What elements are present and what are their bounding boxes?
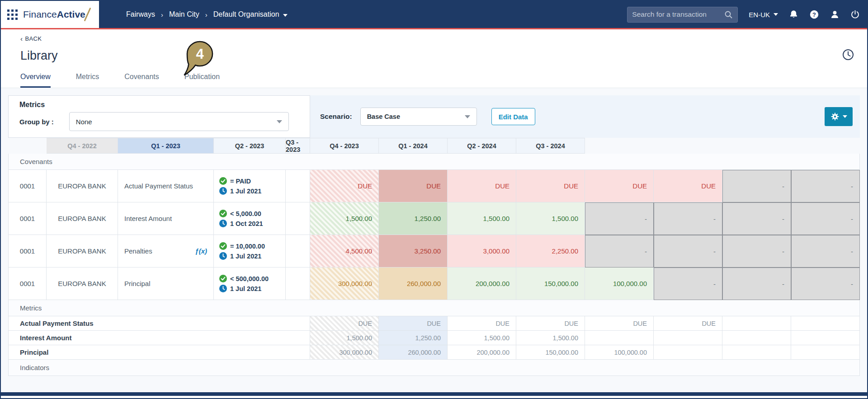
condition-text: 1 Jul 2021 <box>230 285 261 292</box>
notifications-bell-icon[interactable] <box>789 9 798 19</box>
metric-value-cell: DUE <box>448 316 516 331</box>
metric-value-cell: 1,500.00 <box>516 331 585 345</box>
covenant-condition-cell: < 5,000.001 Oct 2021 <box>214 202 286 235</box>
group-by-label: Group by : <box>19 118 54 126</box>
clock-icon <box>219 285 227 292</box>
metric-value-cell: DUE <box>585 316 654 331</box>
condition-text: 1 Jul 2021 <box>230 253 261 260</box>
caret-down-icon <box>277 120 282 123</box>
covenant-value-cell: 3,000.00 <box>448 235 516 268</box>
condition-line: = PAID <box>219 177 251 185</box>
covenant-empty-cell <box>286 235 310 268</box>
caret-down-icon <box>283 14 288 17</box>
check-circle-icon <box>219 177 227 185</box>
covenant-id-cell: 0001 <box>8 235 47 268</box>
metric-value-cell: 200,000.00 <box>448 345 516 360</box>
covenant-value-cell: 3,250.00 <box>379 235 448 268</box>
metric-value-cell <box>791 331 860 345</box>
edit-data-button[interactable]: Edit Data <box>491 108 535 125</box>
scenario-panel: Scenario: Base Case Edit Data <box>310 95 860 138</box>
metric-value-cell: DUE <box>310 316 379 331</box>
condition-line: < 500,000.00 <box>219 275 269 282</box>
clock-icon <box>219 252 227 260</box>
metric-value-cell: DUE <box>379 316 448 331</box>
condition-line: 1 Oct 2021 <box>219 220 263 227</box>
covenant-id-cell: 0001 <box>8 268 47 300</box>
settings-gear-button[interactable] <box>825 107 853 126</box>
covenant-counterparty-cell: EUROPA BANK <box>47 235 118 268</box>
period-header-spacer <box>8 138 47 154</box>
scenario-select[interactable]: Base Case <box>360 108 477 126</box>
period-header-Q2-2024: Q2 - 2024 <box>448 138 516 154</box>
condition-line: 1 Jul 2021 <box>219 285 261 292</box>
user-profile-icon[interactable] <box>830 9 840 19</box>
top-navbar: FinanceActive Fairways›Main City›Default… <box>1 1 867 28</box>
metric-value-cell <box>791 345 860 360</box>
formula-icon[interactable]: ƒ(x) <box>195 247 207 255</box>
covenant-value-cell: - <box>791 268 860 300</box>
metric-value-cell: 1,500.00 <box>310 331 379 345</box>
power-logout-icon[interactable] <box>850 9 860 19</box>
locale-selector[interactable]: EN-UK <box>749 11 778 19</box>
tab-bar: OverviewMetricsCovenantsPublication <box>20 73 867 88</box>
covenant-value-cell: - <box>722 235 791 268</box>
covenant-value-cell: 1,500.00 <box>448 202 516 235</box>
covenant-condition-cell: < 500,000.001 Jul 2021 <box>214 268 286 300</box>
indicators-section-header: Indicators <box>8 360 860 376</box>
tab-overview[interactable]: Overview <box>20 73 51 88</box>
group-by-select[interactable]: None <box>69 112 289 131</box>
covenant-value-cell: - <box>585 235 654 268</box>
tab-metrics[interactable]: Metrics <box>76 73 99 88</box>
metric-value-cell <box>722 331 791 345</box>
period-header-Q1-2023: Q1 - 2023 <box>118 138 214 154</box>
covenant-counterparty-cell: EUROPA BANK <box>47 170 118 202</box>
breadcrumb-item[interactable]: Main City <box>169 10 199 19</box>
metric-value-cell: DUE <box>654 316 722 331</box>
covenant-condition-cell: = 10,000.001 Jul 2021 <box>214 235 286 268</box>
covenant-value-cell: DUE <box>448 170 516 202</box>
caret-down-icon <box>465 115 470 118</box>
covenant-id-cell: 0001 <box>8 170 47 202</box>
clock-icon <box>219 187 227 195</box>
breadcrumb-item[interactable]: Fairways <box>126 10 155 19</box>
help-icon[interactable]: ? <box>809 9 819 19</box>
history-clock-icon[interactable] <box>842 48 854 63</box>
metrics-filter-panel: Metrics Group by : None <box>8 95 310 138</box>
covenant-value-cell: 260,000.00 <box>379 268 448 300</box>
condition-text: 1 Oct 2021 <box>230 220 263 227</box>
metric-value-cell <box>654 345 722 360</box>
period-header-Q4-2023: Q4 - 2023 <box>310 138 379 154</box>
covenant-name: Penalties <box>124 247 152 255</box>
condition-text: < 5,000.00 <box>230 210 261 217</box>
covenant-value-cell: - <box>791 235 860 268</box>
covenant-name-cell: Penaltiesƒ(x) <box>118 235 214 268</box>
metric-value-cell <box>722 316 791 331</box>
search-input[interactable]: Search for a transaction <box>627 7 738 23</box>
condition-line: = 10,000.00 <box>219 242 265 250</box>
metric-value-cell: DUE <box>516 316 585 331</box>
brand-logo: FinanceActive <box>1 1 99 28</box>
svg-text:?: ? <box>812 11 816 18</box>
controls-row: Metrics Group by : None Scenario: Base C… <box>8 95 860 138</box>
breadcrumb: Fairways›Main City›Default Organisation <box>126 10 288 19</box>
covenant-name: Interest Amount <box>124 215 172 222</box>
breadcrumb-item[interactable]: Default Organisation <box>213 10 288 19</box>
covenant-value-cell: 4,500.00 <box>310 235 379 268</box>
metric-value-cell: 300,000.00 <box>310 345 379 360</box>
condition-text: = 10,000.00 <box>230 243 265 250</box>
clock-icon <box>219 220 227 227</box>
metric-value-cell: 260,000.00 <box>379 345 448 360</box>
period-header-Q4-2022: Q4 - 2022 <box>47 138 118 154</box>
covenant-value-cell: DUE <box>379 170 448 202</box>
covenant-counterparty-cell: EUROPA BANK <box>47 202 118 235</box>
page-title: Library <box>20 49 867 63</box>
annotation-badge: 4 <box>183 40 217 81</box>
period-header-Q3-2024: Q3 - 2024 <box>516 138 585 154</box>
caret-down-icon <box>774 13 778 16</box>
app-grid-menu-icon[interactable] <box>7 9 18 20</box>
tab-covenants[interactable]: Covenants <box>124 73 159 88</box>
back-button[interactable]: ‹BACK <box>20 35 42 42</box>
condition-line: 1 Jul 2021 <box>219 252 261 260</box>
metric-value-cell <box>585 331 654 345</box>
covenant-value-cell: - <box>722 170 791 202</box>
